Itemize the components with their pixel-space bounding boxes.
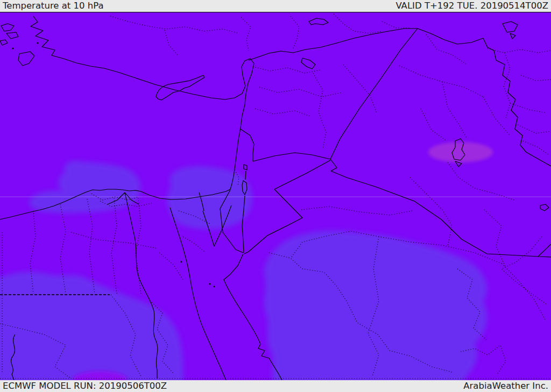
footer-bar: ECMWF MODEL RUN: 20190506T00Z ArabiaWeat… bbox=[0, 380, 551, 392]
valid-time-label: VALID T+192 TUE. 20190514T00Z bbox=[395, 0, 548, 12]
credit-label: ArabiaWeather Inc. bbox=[463, 380, 548, 392]
temperature-map-svg bbox=[0, 12, 551, 380]
map-title: Temperature at 10 hPa bbox=[3, 0, 104, 12]
map-canvas bbox=[0, 12, 551, 380]
warm-ellipse-iraq bbox=[428, 142, 493, 162]
header-bar: Temperature at 10 hPa VALID T+192 TUE. 2… bbox=[0, 0, 551, 12]
cold-band-levant-sinai bbox=[167, 166, 252, 229]
model-run-label: ECMWF MODEL RUN: 20190506T00Z bbox=[3, 380, 167, 392]
weather-map-screen: Temperature at 10 hPa VALID T+192 TUE. 2… bbox=[0, 0, 551, 392]
